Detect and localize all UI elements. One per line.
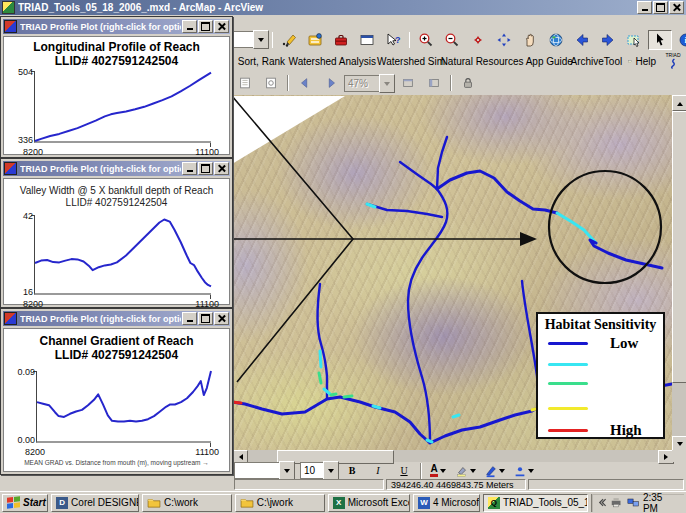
previous-arrow-icon: [298, 76, 312, 90]
font-family-combo[interactable]: [234, 462, 295, 479]
fixed-zoom-in-button[interactable]: [466, 30, 490, 50]
size-combo-dropdown[interactable]: [323, 461, 339, 480]
pointer-arrowhead: [520, 232, 537, 246]
vertical-scroll-thumb[interactable]: [672, 111, 686, 383]
excel-icon: X: [333, 497, 345, 509]
page-zoom-icon: [264, 76, 278, 90]
watershed-analysis-button[interactable]: Watershed Analysis: [289, 51, 373, 71]
habitat-sensitivity-legend: Habitat Sensitivity Low High: [536, 312, 665, 439]
italic-button[interactable]: I: [366, 461, 390, 481]
plot2-titlebar[interactable]: TRIAD Profile Plot (right-click for opti…: [3, 161, 230, 176]
plot3-maximize-button[interactable]: [198, 312, 213, 325]
status-bar: 394246.40 4469843.75 Meters: [0, 479, 686, 491]
scroll-up-button[interactable]: [672, 95, 686, 111]
printer-tray-icon[interactable]: [610, 497, 622, 508]
font-size-combo[interactable]: 10: [300, 462, 339, 479]
help-button[interactable]: Help: [625, 51, 659, 71]
plot3-titlebar[interactable]: TRIAD Profile Plot (right-click for opti…: [3, 311, 230, 326]
minimize-button[interactable]: [637, 1, 652, 14]
full-extent-button[interactable]: [544, 30, 568, 50]
profile-plot-window-1[interactable]: TRIAD Profile Plot (right-click for opti…: [0, 16, 233, 158]
start-button[interactable]: Start: [2, 494, 48, 512]
lock-scale-button[interactable]: [456, 73, 480, 93]
legend-swatch-2: [548, 363, 588, 366]
natural-resources-app-guide-button[interactable]: Natural Resources App Guide: [446, 51, 564, 71]
plot3-close-button[interactable]: [214, 312, 229, 325]
zoom-combo-dropdown[interactable]: [379, 74, 395, 93]
hide-icons-chevron-icon[interactable]: [598, 498, 606, 507]
main-titlebar[interactable]: TRIAD_Tools_05_18_2006_.mxd - ArcMap - A…: [0, 0, 686, 15]
toggle-draft-button-2[interactable]: [422, 73, 446, 93]
whats-this-button[interactable]: ?: [381, 30, 405, 50]
pan-button[interactable]: [518, 30, 542, 50]
network-tray-icon[interactable]: [627, 497, 639, 508]
arccatalog-icon: [307, 32, 323, 48]
clock[interactable]: 2:35 PM: [643, 492, 678, 513]
map-canvas[interactable]: Habitat Sensitivity Low High: [232, 95, 672, 450]
font-combo-dropdown[interactable]: [279, 461, 295, 480]
marker-color-button[interactable]: [510, 461, 537, 481]
plot1-close-button[interactable]: [214, 20, 229, 33]
page-layout-button-1[interactable]: [233, 73, 257, 93]
page-layout-button-2[interactable]: [259, 73, 283, 93]
arrow-left-icon: [236, 454, 243, 460]
zoom-out-button[interactable]: [440, 30, 464, 50]
taskbar-button-work-folder[interactable]: C:\work: [142, 494, 232, 512]
plot3-minimize-button[interactable]: [182, 312, 197, 325]
triad-toolbar-fragment[interactable]: TRIAD: [661, 51, 685, 71]
profile-plot-window-2[interactable]: TRIAD Profile Plot (right-click for opti…: [0, 158, 233, 308]
bold-button[interactable]: B: [340, 461, 364, 481]
underline-button[interactable]: U: [392, 461, 416, 481]
archivetool-button[interactable]: ArchiveTool: [566, 51, 623, 71]
arctoolbox-button[interactable]: [329, 30, 353, 50]
identify-button[interactable]: i: [674, 30, 686, 50]
arccatalog-button[interactable]: [303, 30, 327, 50]
taskbar-button-excel[interactable]: X Microsoft Excel: [328, 494, 410, 512]
editor-pencil-button[interactable]: [277, 30, 301, 50]
watershed-sim-button[interactable]: Watershed Sim: [375, 51, 444, 71]
sort-rank-button[interactable]: Sort, Rank: [233, 51, 287, 71]
taskbar-button-arcmap-active[interactable]: Q TRIAD_Tools_05_18...: [483, 494, 588, 512]
legend-title: Habitat Sensitivity: [538, 317, 663, 333]
next-page-button[interactable]: [319, 73, 343, 93]
restore-icon: [656, 3, 665, 12]
toggle-draft-button-1[interactable]: [396, 73, 420, 93]
restore-button[interactable]: [653, 1, 668, 14]
previous-page-button[interactable]: [293, 73, 317, 93]
zoom-in-button[interactable]: [414, 30, 438, 50]
profile-plot-window-3[interactable]: TRIAD Profile Plot (right-click for opti…: [0, 308, 233, 475]
select-elements-cursor-icon: [652, 32, 668, 48]
map-vertical-scrollbar[interactable]: [672, 95, 686, 450]
command-window-button[interactable]: [355, 30, 379, 50]
highlight-color-button[interactable]: [452, 461, 479, 481]
zoom-percent-combo[interactable]: 47%: [344, 75, 395, 92]
taskbar-button-corel[interactable]: D Corel DESIGNER 9 - ...: [51, 494, 139, 512]
plot2-maximize-button[interactable]: [198, 162, 213, 175]
fixed-zoom-out-button[interactable]: [492, 30, 516, 50]
plot2-close-button[interactable]: [214, 162, 229, 175]
triad-plot-icon: [4, 20, 17, 33]
plot3-xmax-label: 11100: [195, 447, 219, 457]
select-features-button[interactable]: [622, 30, 646, 50]
maximize-icon: [201, 164, 210, 173]
line-color-button[interactable]: [481, 461, 508, 481]
select-elements-button[interactable]: [648, 30, 672, 50]
taskbar-button-word-group[interactable]: W 4 Microsoft Word f...: [413, 494, 480, 512]
plot1-titlebar[interactable]: TRIAD Profile Plot (right-click for opti…: [3, 19, 230, 34]
scale-combo[interactable]: [232, 31, 269, 48]
plot1-ymin-label: 336: [18, 135, 33, 145]
forward-extent-button[interactable]: [596, 30, 620, 50]
chevron-down-icon: [284, 469, 290, 476]
back-extent-button[interactable]: [570, 30, 594, 50]
plot1-minimize-button[interactable]: [182, 20, 197, 33]
plot1-maximize-button[interactable]: [198, 20, 213, 33]
command-window-icon: [359, 32, 375, 48]
close-button[interactable]: [669, 1, 684, 14]
arrow-down-icon: [677, 442, 683, 449]
font-color-button[interactable]: A: [426, 461, 450, 481]
combo-dropdown-button[interactable]: [253, 30, 269, 49]
taskbar-button-jwork-folder[interactable]: C:\jwork: [235, 494, 325, 512]
svg-text:?: ?: [395, 35, 401, 45]
legend-label-low: Low: [610, 335, 638, 352]
plot2-minimize-button[interactable]: [182, 162, 197, 175]
